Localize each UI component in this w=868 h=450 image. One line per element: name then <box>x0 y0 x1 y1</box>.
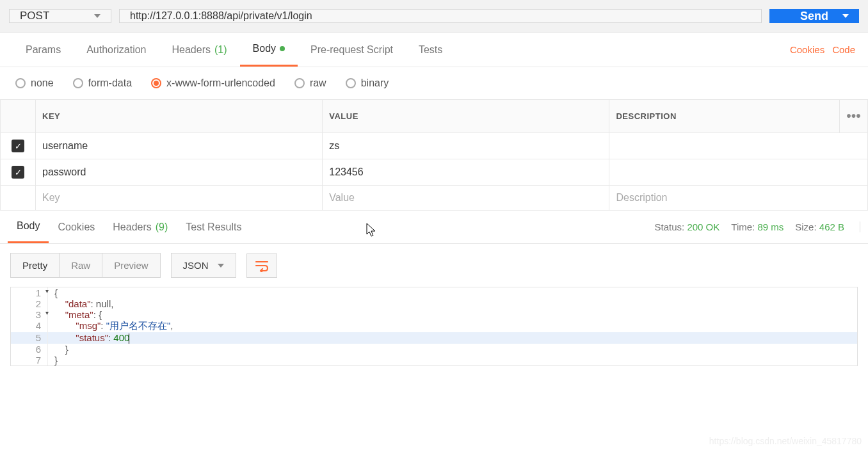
value-input[interactable] <box>329 192 602 204</box>
value-header: VALUE <box>323 100 609 133</box>
response-lang-select[interactable]: JSON <box>171 253 236 278</box>
value-cell[interactable]: 123456 <box>329 166 363 177</box>
radio-form-data[interactable]: form-data <box>73 77 132 89</box>
table-row: ✓ username zs <box>1 133 868 159</box>
send-label: Send <box>800 10 828 23</box>
view-preview[interactable]: Preview <box>102 253 159 277</box>
http-method-value: POST <box>20 10 49 22</box>
key-cell[interactable]: username <box>42 140 88 151</box>
rtab-body[interactable]: Body <box>8 211 49 243</box>
request-bar: POST http://127.0.0.1:8888/api/private/v… <box>0 0 868 33</box>
response-tabs: Body Cookies Headers (9) Test Results St… <box>0 211 868 244</box>
body-params-table: KEY VALUE DESCRIPTION ••• ✓ username zs … <box>0 99 868 211</box>
key-input[interactable] <box>42 192 316 204</box>
tabs-right-links: Cookies Code <box>790 44 855 55</box>
key-cell[interactable]: password <box>42 166 86 177</box>
tab-authorization[interactable]: Authorization <box>74 33 159 67</box>
cookies-link[interactable]: Cookies <box>790 44 824 55</box>
key-header: KEY <box>36 100 323 133</box>
check-column-header <box>1 100 36 133</box>
table-row-new <box>1 186 868 211</box>
wrap-icon <box>255 259 269 272</box>
send-button[interactable]: Send <box>769 9 859 23</box>
view-pretty[interactable]: Pretty <box>11 253 60 277</box>
code-link[interactable]: Code <box>832 44 855 55</box>
modified-dot-icon <box>280 46 285 51</box>
request-tabs: Params Authorization Headers (1) Body Pr… <box>0 33 868 67</box>
rtab-test-results[interactable]: Test Results <box>177 211 250 243</box>
desc-header: DESCRIPTION <box>609 100 840 133</box>
radio-raw[interactable]: raw <box>294 77 326 89</box>
chevron-down-icon <box>842 14 849 18</box>
view-raw[interactable]: Raw <box>60 253 102 277</box>
url-value: http://127.0.0.1:8888/api/private/v1/log… <box>130 10 312 22</box>
chevron-down-icon <box>94 14 100 18</box>
radio-binary[interactable]: binary <box>346 77 389 89</box>
view-mode-group: Pretty Raw Preview <box>10 253 161 278</box>
tab-prerequest[interactable]: Pre-request Script <box>298 33 406 67</box>
http-method-select[interactable]: POST <box>9 9 111 23</box>
rtab-headers[interactable]: Headers (9) <box>104 211 177 243</box>
response-body-editor[interactable]: 1▾{ 2 "data": null, 3▾ "meta": { 4 "msg"… <box>10 287 858 366</box>
tab-headers[interactable]: Headers (1) <box>159 33 240 67</box>
more-icon[interactable]: ••• <box>840 100 868 133</box>
desc-input[interactable] <box>616 192 861 204</box>
url-input[interactable]: http://127.0.0.1:8888/api/private/v1/log… <box>119 9 762 23</box>
response-toolbar: Pretty Raw Preview JSON <box>0 244 868 287</box>
table-row: ✓ password 123456 <box>1 159 868 186</box>
body-type-radios: none form-data x-www-form-urlencoded raw… <box>0 67 868 99</box>
radio-urlencoded[interactable]: x-www-form-urlencoded <box>151 77 275 89</box>
row-checkbox[interactable]: ✓ <box>12 140 24 152</box>
wrap-lines-button[interactable] <box>246 253 277 278</box>
text-cursor <box>129 333 129 344</box>
tab-params[interactable]: Params <box>13 33 74 67</box>
tab-tests[interactable]: Tests <box>406 33 455 67</box>
row-checkbox[interactable]: ✓ <box>12 166 24 179</box>
tab-body[interactable]: Body <box>240 33 298 67</box>
rtab-cookies[interactable]: Cookies <box>49 211 104 243</box>
radio-none[interactable]: none <box>15 77 54 89</box>
response-status: Status: 200 OK Time: 89 ms Size: 462 B <box>655 221 860 232</box>
value-cell[interactable]: zs <box>329 140 339 151</box>
chevron-down-icon <box>218 264 224 268</box>
